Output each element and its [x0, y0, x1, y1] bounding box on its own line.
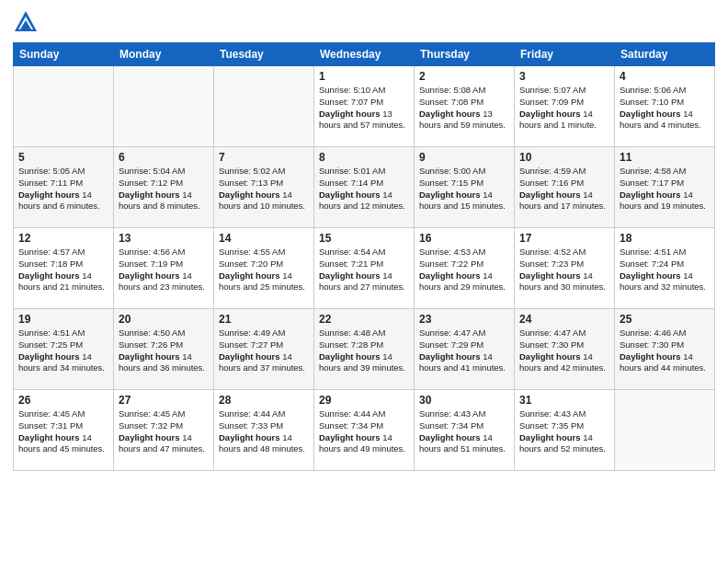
calendar-cell: 28Sunrise: 4:44 AMSunset: 7:33 PMDayligh…	[214, 390, 314, 471]
cell-info: Sunrise: 4:51 AMSunset: 7:24 PMDaylight …	[620, 247, 710, 293]
cell-info: Sunrise: 5:01 AMSunset: 7:14 PMDaylight …	[319, 166, 409, 213]
cell-info: Sunrise: 4:58 AMSunset: 7:17 PMDaylight …	[620, 166, 710, 213]
cell-info: Sunrise: 4:55 AMSunset: 7:20 PMDaylight …	[219, 247, 309, 293]
calendar-cell: 10Sunrise: 4:59 AMSunset: 7:16 PMDayligh…	[515, 147, 615, 228]
cell-info: Sunrise: 5:10 AMSunset: 7:07 PMDaylight …	[319, 85, 409, 132]
cell-info: Sunrise: 4:45 AMSunset: 7:31 PMDaylight …	[18, 408, 108, 455]
calendar-cell: 3Sunrise: 5:07 AMSunset: 7:09 PMDaylight…	[515, 66, 615, 147]
header	[13, 9, 715, 35]
cell-info: Sunrise: 4:44 AMSunset: 7:33 PMDaylight …	[219, 408, 309, 455]
calendar-cell: 25Sunrise: 4:46 AMSunset: 7:30 PMDayligh…	[615, 309, 715, 390]
day-number: 29	[319, 394, 409, 407]
day-number: 12	[18, 232, 108, 245]
cell-info: Sunrise: 4:56 AMSunset: 7:19 PMDaylight …	[119, 247, 209, 293]
calendar-cell	[114, 66, 214, 147]
weekday-header-sunday: Sunday	[14, 43, 114, 66]
calendar-cell: 13Sunrise: 4:56 AMSunset: 7:19 PMDayligh…	[114, 228, 214, 309]
cell-info: Sunrise: 5:08 AMSunset: 7:08 PMDaylight …	[419, 85, 509, 132]
calendar-cell: 12Sunrise: 4:57 AMSunset: 7:18 PMDayligh…	[14, 228, 114, 309]
cell-info: Sunrise: 5:00 AMSunset: 7:15 PMDaylight …	[419, 166, 509, 213]
weekday-header-row: SundayMondayTuesdayWednesdayThursdayFrid…	[14, 43, 715, 66]
calendar-cell: 30Sunrise: 4:43 AMSunset: 7:34 PMDayligh…	[415, 390, 515, 471]
calendar-cell: 17Sunrise: 4:52 AMSunset: 7:23 PMDayligh…	[515, 228, 615, 309]
cell-info: Sunrise: 4:47 AMSunset: 7:29 PMDaylight …	[419, 327, 509, 374]
calendar-cell: 7Sunrise: 5:02 AMSunset: 7:13 PMDaylight…	[214, 147, 314, 228]
day-number: 19	[18, 313, 108, 326]
calendar-cell: 4Sunrise: 5:06 AMSunset: 7:10 PMDaylight…	[615, 66, 715, 147]
day-number: 27	[119, 394, 209, 407]
cell-info: Sunrise: 5:07 AMSunset: 7:09 PMDaylight …	[519, 85, 609, 132]
calendar-cell: 27Sunrise: 4:45 AMSunset: 7:32 PMDayligh…	[114, 390, 214, 471]
day-number: 11	[620, 151, 710, 164]
cell-info: Sunrise: 4:46 AMSunset: 7:30 PMDaylight …	[620, 327, 710, 374]
calendar-cell: 24Sunrise: 4:47 AMSunset: 7:30 PMDayligh…	[515, 309, 615, 390]
day-number: 30	[419, 394, 509, 407]
calendar-cell: 31Sunrise: 4:43 AMSunset: 7:35 PMDayligh…	[515, 390, 615, 471]
calendar-cell	[14, 66, 114, 147]
cell-info: Sunrise: 4:44 AMSunset: 7:34 PMDaylight …	[319, 408, 409, 455]
calendar-cell: 1Sunrise: 5:10 AMSunset: 7:07 PMDaylight…	[314, 66, 415, 147]
day-number: 24	[519, 313, 609, 326]
day-number: 8	[319, 151, 409, 164]
cell-info: Sunrise: 5:04 AMSunset: 7:12 PMDaylight …	[119, 166, 209, 213]
calendar-week-2: 5Sunrise: 5:05 AMSunset: 7:11 PMDaylight…	[14, 147, 715, 228]
day-number: 25	[620, 313, 710, 326]
cell-info: Sunrise: 4:48 AMSunset: 7:28 PMDaylight …	[319, 327, 409, 374]
day-number: 28	[219, 394, 309, 407]
day-number: 18	[620, 232, 710, 245]
calendar-cell: 16Sunrise: 4:53 AMSunset: 7:22 PMDayligh…	[415, 228, 515, 309]
calendar-cell: 9Sunrise: 5:00 AMSunset: 7:15 PMDaylight…	[415, 147, 515, 228]
day-number: 5	[18, 151, 108, 164]
calendar-cell: 6Sunrise: 5:04 AMSunset: 7:12 PMDaylight…	[114, 147, 214, 228]
day-number: 10	[519, 151, 609, 164]
cell-info: Sunrise: 5:06 AMSunset: 7:10 PMDaylight …	[620, 85, 710, 132]
calendar-cell	[214, 66, 314, 147]
day-number: 26	[18, 394, 108, 407]
day-number: 31	[519, 394, 609, 407]
cell-info: Sunrise: 4:50 AMSunset: 7:26 PMDaylight …	[119, 327, 209, 374]
cell-info: Sunrise: 4:51 AMSunset: 7:25 PMDaylight …	[18, 327, 108, 374]
page-container: SundayMondayTuesdayWednesdayThursdayFrid…	[0, 0, 728, 477]
calendar-week-3: 12Sunrise: 4:57 AMSunset: 7:18 PMDayligh…	[14, 228, 715, 309]
day-number: 7	[219, 151, 309, 164]
day-number: 2	[419, 70, 509, 83]
calendar-cell: 20Sunrise: 4:50 AMSunset: 7:26 PMDayligh…	[114, 309, 214, 390]
cell-info: Sunrise: 5:05 AMSunset: 7:11 PMDaylight …	[18, 166, 108, 213]
calendar-cell: 22Sunrise: 4:48 AMSunset: 7:28 PMDayligh…	[314, 309, 415, 390]
weekday-header-monday: Monday	[114, 43, 214, 66]
weekday-header-wednesday: Wednesday	[314, 43, 415, 66]
calendar-cell: 26Sunrise: 4:45 AMSunset: 7:31 PMDayligh…	[14, 390, 114, 471]
day-number: 20	[119, 313, 209, 326]
day-number: 1	[319, 70, 409, 83]
cell-info: Sunrise: 4:52 AMSunset: 7:23 PMDaylight …	[519, 247, 609, 293]
calendar-cell	[615, 390, 715, 471]
cell-info: Sunrise: 4:43 AMSunset: 7:34 PMDaylight …	[419, 408, 509, 455]
cell-info: Sunrise: 4:53 AMSunset: 7:22 PMDaylight …	[419, 247, 509, 293]
calendar-cell: 23Sunrise: 4:47 AMSunset: 7:29 PMDayligh…	[415, 309, 515, 390]
cell-info: Sunrise: 4:47 AMSunset: 7:30 PMDaylight …	[519, 327, 609, 374]
cell-info: Sunrise: 4:57 AMSunset: 7:18 PMDaylight …	[18, 247, 108, 293]
cell-info: Sunrise: 4:43 AMSunset: 7:35 PMDaylight …	[519, 408, 609, 455]
calendar-week-5: 26Sunrise: 4:45 AMSunset: 7:31 PMDayligh…	[14, 390, 715, 471]
cell-info: Sunrise: 4:54 AMSunset: 7:21 PMDaylight …	[319, 247, 409, 293]
calendar-cell: 29Sunrise: 4:44 AMSunset: 7:34 PMDayligh…	[314, 390, 415, 471]
day-number: 16	[419, 232, 509, 245]
calendar-cell: 21Sunrise: 4:49 AMSunset: 7:27 PMDayligh…	[214, 309, 314, 390]
logo	[13, 9, 42, 35]
calendar-table: SundayMondayTuesdayWednesdayThursdayFrid…	[13, 42, 715, 471]
cell-info: Sunrise: 5:02 AMSunset: 7:13 PMDaylight …	[219, 166, 309, 213]
cell-info: Sunrise: 4:45 AMSunset: 7:32 PMDaylight …	[119, 408, 209, 455]
calendar-cell: 14Sunrise: 4:55 AMSunset: 7:20 PMDayligh…	[214, 228, 314, 309]
day-number: 21	[219, 313, 309, 326]
calendar-cell: 2Sunrise: 5:08 AMSunset: 7:08 PMDaylight…	[415, 66, 515, 147]
calendar-cell: 5Sunrise: 5:05 AMSunset: 7:11 PMDaylight…	[14, 147, 114, 228]
day-number: 4	[620, 70, 710, 83]
calendar-cell: 8Sunrise: 5:01 AMSunset: 7:14 PMDaylight…	[314, 147, 415, 228]
calendar-cell: 11Sunrise: 4:58 AMSunset: 7:17 PMDayligh…	[615, 147, 715, 228]
calendar-cell: 19Sunrise: 4:51 AMSunset: 7:25 PMDayligh…	[14, 309, 114, 390]
day-number: 6	[119, 151, 209, 164]
weekday-header-saturday: Saturday	[615, 43, 715, 66]
cell-info: Sunrise: 4:49 AMSunset: 7:27 PMDaylight …	[219, 327, 309, 374]
logo-icon	[13, 9, 39, 35]
calendar-cell: 18Sunrise: 4:51 AMSunset: 7:24 PMDayligh…	[615, 228, 715, 309]
